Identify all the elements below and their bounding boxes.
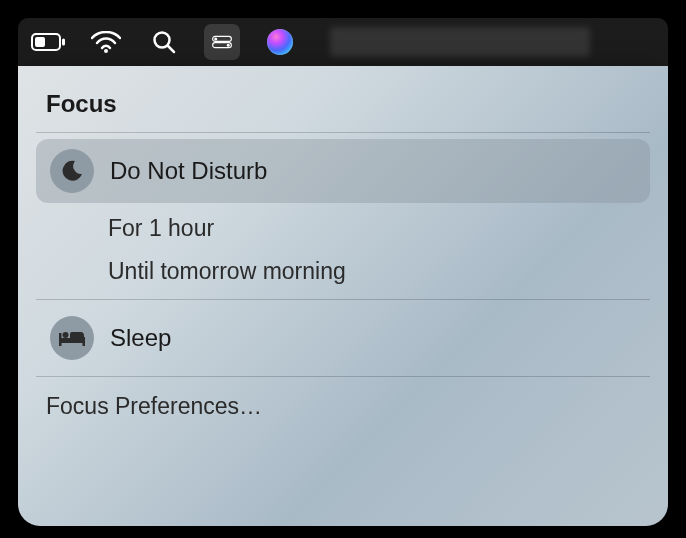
svg-point-7 — [214, 37, 217, 40]
focus-preferences-link[interactable]: Focus Preferences… — [18, 377, 668, 438]
svg-rect-10 — [59, 338, 85, 343]
dnd-option-1hour[interactable]: For 1 hour — [108, 211, 640, 246]
focus-mode-label: Do Not Disturb — [110, 157, 267, 185]
focus-panel: Focus Do Not Disturb For 1 hour Until to… — [18, 66, 668, 526]
wifi-icon[interactable] — [88, 24, 124, 60]
divider — [36, 132, 650, 133]
focus-mode-do-not-disturb[interactable]: Do Not Disturb — [36, 139, 650, 203]
moon-icon — [50, 149, 94, 193]
svg-line-5 — [168, 46, 174, 52]
bed-icon — [50, 316, 94, 360]
focus-mode-label: Sleep — [110, 324, 171, 352]
dnd-options: For 1 hour Until tomorrow morning — [18, 209, 668, 299]
svg-rect-11 — [59, 333, 62, 346]
menubar-status-area — [330, 27, 590, 57]
panel-title: Focus — [18, 86, 668, 132]
dnd-option-tomorrow[interactable]: Until tomorrow morning — [108, 254, 640, 289]
divider — [36, 299, 650, 300]
search-icon[interactable] — [146, 24, 182, 60]
svg-point-9 — [227, 44, 230, 47]
menubar — [18, 18, 668, 66]
svg-point-3 — [104, 49, 108, 53]
svg-rect-2 — [62, 39, 65, 46]
control-center-icon[interactable] — [204, 24, 240, 60]
svg-rect-1 — [35, 37, 45, 47]
svg-point-13 — [63, 332, 69, 338]
siri-icon[interactable] — [262, 24, 298, 60]
battery-icon[interactable] — [30, 24, 66, 60]
svg-rect-12 — [83, 337, 86, 346]
focus-mode-sleep[interactable]: Sleep — [36, 306, 650, 370]
